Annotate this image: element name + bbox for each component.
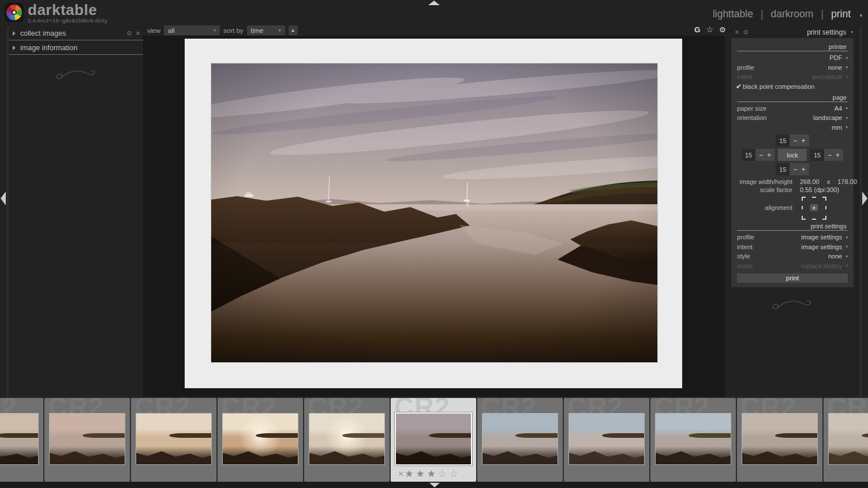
filmstrip-thumbnail[interactable]: CR2 <box>737 398 822 482</box>
units-select[interactable]: mm ▾ <box>832 124 848 131</box>
sort-ascending-button[interactable]: ▲ <box>289 25 298 35</box>
align-center-button[interactable]: + <box>810 204 818 211</box>
headland-shape <box>515 433 558 438</box>
star-rating[interactable]: ★★★☆☆ <box>404 468 461 480</box>
settings-intent-select[interactable]: image settings ▾ <box>801 243 848 250</box>
collapse-right-panel-handle[interactable] <box>862 192 867 205</box>
filmstrip-thumbnail[interactable]: CR2 <box>824 398 868 482</box>
plus-icon: + <box>836 151 840 159</box>
reset-icon[interactable]: ⊙ <box>127 31 132 36</box>
plus-icon: + <box>767 151 771 159</box>
align-top-left-button[interactable] <box>801 196 809 202</box>
module-collect-images[interactable]: collect images ⊙ ≡ <box>9 27 143 40</box>
margin-lock-button[interactable]: lock <box>778 149 807 161</box>
thumbnail-photo <box>50 414 125 464</box>
view-lighttable[interactable]: lighttable <box>713 8 753 20</box>
filmstrip-thumbnail[interactable]: CR2 <box>218 398 303 482</box>
preferences-gear-button[interactable]: ⚙ <box>719 25 726 34</box>
filmstrip-thumbnail[interactable]: CR2 <box>44 398 130 482</box>
chevron-down-icon: ▾ <box>851 30 853 35</box>
minus-icon: − <box>793 166 797 174</box>
chevron-down-icon: ▾ <box>845 264 848 268</box>
settings-mode-select: replace history ▾ <box>801 262 848 269</box>
align-bottom-right-button[interactable] <box>820 213 827 220</box>
rocks-shape <box>656 449 731 464</box>
photo-preview <box>211 63 657 362</box>
reject-icon[interactable]: ✕ <box>398 470 404 478</box>
orientation-select[interactable]: landscape ▾ <box>813 114 848 121</box>
star-empty-icon[interactable]: ☆ <box>449 468 460 479</box>
settings-style-select[interactable]: none ▾ <box>828 253 848 260</box>
align-bottom-left-button[interactable] <box>801 213 809 220</box>
margin-right-spinner[interactable]: 15 −+ <box>810 149 843 161</box>
darktable-logo-icon <box>5 3 24 22</box>
presets-menu-icon[interactable]: ≡ <box>735 29 739 35</box>
print-preview-canvas <box>143 36 725 397</box>
panel-flourish-decoration <box>53 67 99 82</box>
print-button[interactable]: print <box>737 273 848 283</box>
printer-target-select[interactable]: PDF ▾ <box>829 54 848 61</box>
printer-intent-select: perceptual ▾ <box>813 73 848 80</box>
chevron-down-icon: ▾ <box>845 125 848 130</box>
star-overlay-button[interactable]: ☆ <box>706 25 714 34</box>
filmstrip-thumbnail[interactable]: CR2 ✕ ★★★☆☆ <box>391 398 476 482</box>
filmstrip-thumbnail[interactable]: CR2 <box>564 398 649 482</box>
align-top-center-button[interactable] <box>810 196 818 202</box>
margin-bottom-spinner[interactable]: 15 −+ <box>776 163 809 175</box>
align-middle-left-button[interactable] <box>801 204 809 211</box>
collapse-left-panel-handle[interactable] <box>1 192 6 205</box>
intent-label: intent <box>737 243 753 250</box>
settings-mode-row: mode replace history ▾ <box>731 261 854 271</box>
sort-select[interactable]: time ▾ <box>247 25 285 35</box>
view-darkroom[interactable]: darkroom <box>770 8 813 20</box>
image-dimensions-label: image width/height <box>737 178 792 185</box>
thumbnail-actions: ✕ ★★★☆☆ <box>391 468 476 480</box>
grouping-toggle-button[interactable]: G <box>694 25 701 34</box>
filmstrip-thumbnail[interactable]: CR2 <box>477 398 563 482</box>
minus-icon: − <box>793 137 797 145</box>
alignment-label: alignment <box>737 204 792 211</box>
panel-title[interactable]: print settings <box>807 28 846 36</box>
paper-size-select[interactable]: A4 ▾ <box>835 105 848 112</box>
reset-icon[interactable]: ⊙ <box>743 29 748 35</box>
view-separator: | <box>761 8 764 20</box>
thumbnail-photo <box>569 414 644 464</box>
star-filled-icon[interactable]: ★ <box>405 468 416 479</box>
settings-profile-select[interactable]: image settings ▾ <box>801 234 848 241</box>
settings-profile-row: profile image settings ▾ <box>731 232 854 242</box>
view-filter-select[interactable]: all ▾ <box>164 25 220 35</box>
paper-size-row: paper size A4 ▾ <box>731 104 854 114</box>
rocks-shape <box>396 449 471 464</box>
presets-menu-icon[interactable]: ≡ <box>136 31 140 36</box>
alignment-grid: + <box>801 196 827 220</box>
filmstrip-thumbnail[interactable]: CR2 <box>0 398 43 482</box>
printer-profile-select[interactable]: none ▾ <box>828 64 848 71</box>
star-filled-icon[interactable]: ★ <box>427 468 438 479</box>
filmstrip: CR2 CR2 CR2 <box>0 397 868 482</box>
rocks-shape <box>829 449 868 464</box>
margin-left-spinner[interactable]: 15 −+ <box>742 149 775 161</box>
print-settings-module: printer PDF ▾ profile none ▾ intent perc… <box>731 38 854 287</box>
rocks-shape <box>569 449 644 464</box>
view-print[interactable]: print <box>831 8 851 20</box>
align-middle-right-button[interactable] <box>820 204 827 211</box>
filmstrip-thumbnail[interactable]: CR2 <box>304 398 390 482</box>
printer-profile-row: profile none ▾ <box>731 63 854 73</box>
align-top-right-button[interactable] <box>820 196 827 202</box>
collapse-bottom-panel-handle[interactable] <box>429 483 440 487</box>
align-bottom-center-button[interactable] <box>810 213 818 220</box>
black-point-compensation-checkbox[interactable]: ✔ black point compensation <box>731 82 854 91</box>
filmstrip-thumbnail[interactable]: CR2 <box>650 398 736 482</box>
thumbnail-photo <box>829 414 868 464</box>
view-filter-label: view <box>147 27 160 34</box>
star-empty-icon[interactable]: ☆ <box>438 468 449 479</box>
headland-shape <box>429 433 471 438</box>
module-image-information[interactable]: image information <box>9 41 143 55</box>
view-separator: | <box>821 8 824 20</box>
filmstrip-thumbnail[interactable]: CR2 <box>131 398 216 482</box>
view-switcher-caret-icon[interactable]: ▾ <box>859 13 862 18</box>
star-filled-icon[interactable]: ★ <box>416 468 427 479</box>
headland-shape <box>0 433 38 438</box>
expand-top-panel-handle[interactable] <box>428 1 440 5</box>
margin-top-spinner[interactable]: 15 −+ <box>776 134 809 147</box>
